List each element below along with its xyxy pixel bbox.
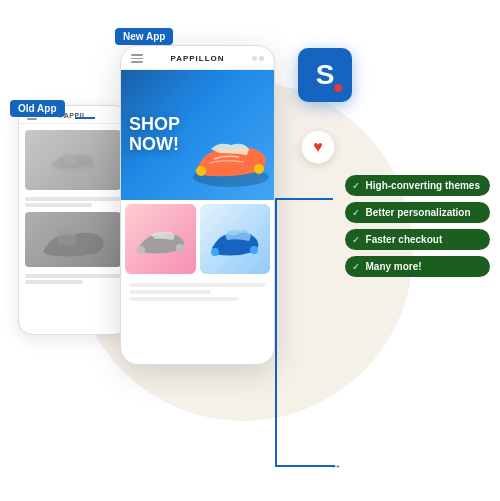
- phone-new-products: [121, 200, 274, 278]
- svg-point-7: [176, 244, 184, 252]
- feature-item-4: ✓ Many more!: [345, 256, 490, 277]
- phone-old-body: [19, 124, 127, 290]
- connector-right-v: [275, 198, 277, 466]
- product-card-1: [125, 204, 196, 274]
- shopify-icon[interactable]: S: [298, 48, 352, 102]
- phone-new-header: PAPPILLON: [121, 46, 274, 70]
- heart-icon: ♥: [313, 138, 323, 156]
- hero-shoe: [189, 125, 269, 195]
- feature-text-1: High-converting themes: [366, 180, 480, 191]
- phone-new-menu-icon: [131, 54, 143, 63]
- check-icon-3: ✓: [352, 235, 360, 245]
- heart-icon-button[interactable]: ♥: [301, 130, 335, 164]
- phone-old-lines-2: [25, 274, 121, 284]
- phone-new-title: PAPPILLON: [170, 54, 224, 63]
- check-icon-4: ✓: [352, 262, 360, 272]
- feature-text-4: Many more!: [366, 261, 422, 272]
- label-old-app: Old App: [10, 100, 65, 117]
- phone-old-lines: [25, 197, 121, 207]
- feature-item-2: ✓ Better personalization: [345, 202, 490, 223]
- feature-text-2: Better personalization: [366, 207, 471, 218]
- product-card-2: [200, 204, 271, 274]
- phone-new-hero: SHOP NOW!: [121, 70, 274, 200]
- check-icon-1: ✓: [352, 181, 360, 191]
- hero-text: SHOP NOW!: [129, 115, 180, 155]
- svg-point-6: [137, 246, 145, 254]
- svg-point-5: [254, 164, 264, 174]
- svg-point-9: [250, 246, 258, 254]
- features-list: ✓ High-converting themes ✓ Better person…: [345, 175, 490, 277]
- phone-new: PAPPILLON SHOP NOW!: [120, 45, 275, 365]
- phone-old: PAPPIL: [18, 105, 128, 335]
- connector-right-top: [275, 198, 333, 200]
- arrow-indicator: ↔: [330, 459, 342, 473]
- svg-point-8: [211, 248, 219, 256]
- phone-new-bottom-lines: [121, 278, 274, 306]
- scene: PAPPIL: [0, 0, 500, 501]
- feature-text-3: Faster checkout: [366, 234, 443, 245]
- svg-rect-2: [58, 231, 76, 245]
- svg-point-4: [196, 166, 206, 176]
- check-icon-2: ✓: [352, 208, 360, 218]
- connector-old-label: [75, 117, 95, 119]
- shopify-dot: [334, 84, 342, 92]
- svg-rect-1: [64, 153, 77, 163]
- connector-right-bottom: [275, 465, 335, 467]
- label-new-app: New App: [115, 28, 173, 45]
- feature-item-1: ✓ High-converting themes: [345, 175, 490, 196]
- phone-new-dots: [252, 56, 264, 61]
- shopify-letter: S: [316, 61, 335, 89]
- feature-item-3: ✓ Faster checkout: [345, 229, 490, 250]
- phone-old-image-2: [25, 212, 121, 267]
- phone-old-image-1: [25, 130, 121, 190]
